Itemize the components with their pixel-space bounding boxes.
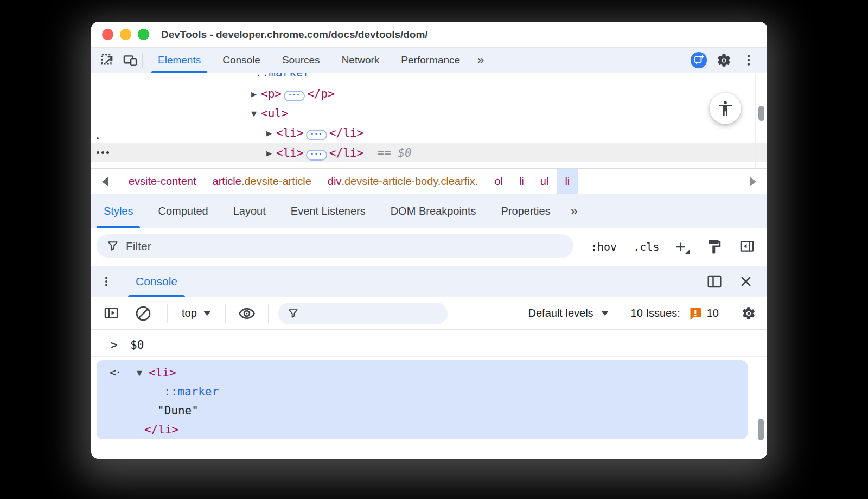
collapsed-content-pill[interactable]: •••	[284, 91, 305, 101]
tab-console[interactable]: Console	[212, 48, 271, 73]
result-line-text: "Dune"	[97, 401, 748, 420]
console-result-highlighted[interactable]: <· ▼ <li> ::marker "Dune" </li>	[97, 360, 748, 439]
kebab-menu-icon[interactable]	[740, 52, 757, 69]
result-line-open-tag: <· ▼ <li>	[97, 363, 748, 382]
accessibility-floating-button[interactable]	[710, 93, 741, 124]
inspect-element-icon[interactable]	[99, 52, 116, 69]
console-evaluated-expression[interactable]: > $0	[91, 333, 767, 357]
tab-computed[interactable]: Computed	[145, 194, 220, 228]
tab-properties[interactable]: Properties	[489, 194, 563, 228]
collapsed-content-pill[interactable]: •••	[306, 150, 327, 161]
gutter-ellipsis	[97, 151, 99, 154]
breadcrumb-item[interactable]: ol	[486, 169, 511, 194]
tab-elements[interactable]: Elements	[147, 48, 212, 73]
expand-arrow-icon[interactable]: ▶	[262, 124, 276, 143]
breadcrumb-item[interactable]: evsite-content	[120, 169, 205, 194]
collapse-arrow-icon[interactable]: ▼	[137, 363, 142, 382]
breadcrumb-item[interactable]: ul	[532, 169, 557, 194]
titlebar: DevTools - developer.chrome.com/docs/dev…	[91, 22, 767, 48]
toolbar-divider	[620, 304, 620, 323]
tab-event-listeners[interactable]: Event Listeners	[278, 194, 378, 228]
styles-filter-input[interactable]	[126, 240, 451, 253]
console-scrollbar-thumb[interactable]	[758, 419, 764, 440]
drawer-tab-console[interactable]: Console	[122, 266, 192, 297]
live-expression-eye-icon[interactable]	[238, 305, 256, 322]
filter-funnel-icon	[107, 240, 118, 252]
breadcrumb-item[interactable]: li	[511, 169, 532, 194]
toolbar-divider	[142, 53, 143, 68]
dom-node-marker-clipped[interactable]: ::marker	[255, 73, 310, 82]
traffic-lights	[91, 29, 149, 40]
tab-styles[interactable]: Styles	[91, 194, 145, 228]
collapsed-content-pill[interactable]: •••	[306, 130, 327, 140]
show-console-sidebar-icon[interactable]	[103, 306, 119, 321]
elements-panel: ::marker ▶<p>•••</p> ▼<ul> ▶<li>•••</li>…	[91, 73, 767, 168]
styles-filter-field[interactable]	[97, 234, 573, 258]
breadcrumb-item-selected[interactable]: li	[557, 169, 578, 194]
more-tabs-chevron-icon[interactable]: »	[471, 48, 490, 73]
collapse-arrow-icon[interactable]: ▼	[247, 104, 261, 124]
toggle-sidebar-panel-icon[interactable]	[739, 239, 755, 254]
tab-layout[interactable]: Layout	[221, 194, 278, 228]
device-toolbar-icon[interactable]	[122, 52, 139, 69]
console-filter-field[interactable]	[278, 303, 448, 324]
expand-arrow-icon[interactable]: ▶	[262, 144, 276, 163]
toggle-classes-button[interactable]: .cls	[633, 240, 659, 253]
expand-arrow-icon[interactable]: ▶	[247, 85, 261, 104]
scrollbar-track	[755, 73, 756, 168]
dom-node-p[interactable]: ▶<p>•••</p>	[91, 84, 767, 104]
settings-gear-icon[interactable]	[715, 52, 732, 69]
log-levels-dropdown[interactable]: Default levels	[528, 307, 609, 319]
dom-node-li-selected[interactable]: ▶<li>•••</li> == $0	[91, 143, 767, 162]
close-window-button[interactable]	[102, 29, 113, 40]
toggle-hover-state-button[interactable]: :hov	[591, 240, 617, 253]
breadcrumb-item[interactable]: article.devsite-article	[205, 169, 320, 194]
left-arrow-icon	[102, 177, 108, 187]
toolbar-divider	[225, 304, 226, 323]
tab-dom-breakpoints[interactable]: DOM Breakpoints	[378, 194, 489, 228]
panel-tabs: Elements Console Sources Network Perform…	[147, 48, 490, 73]
styles-filter-row: :hov .cls +	[91, 228, 767, 266]
toolbar-divider	[730, 304, 730, 323]
breadcrumb-scroll-left-button[interactable]	[91, 169, 119, 194]
dom-breadcrumb-bar: evsite-content article.devsite-article d…	[91, 168, 767, 194]
toolbar-divider	[268, 304, 269, 323]
zoom-window-button[interactable]	[138, 29, 149, 40]
ai-assistant-icon[interactable]	[690, 52, 707, 69]
elements-scrollbar-thumb[interactable]	[758, 106, 764, 121]
toolbar-right-actions	[680, 52, 767, 69]
split-panel-icon[interactable]	[706, 273, 723, 290]
console-settings-gear-icon[interactable]	[741, 306, 756, 321]
breadcrumb-scroll-right-button[interactable]	[738, 169, 767, 194]
more-tabs-chevron-icon[interactable]: »	[563, 194, 585, 228]
issues-counter[interactable]: 10 Issues: 10	[631, 306, 719, 321]
paintbrush-icon[interactable]	[706, 239, 723, 255]
dom-node-ul[interactable]: ▼<ul>	[91, 104, 767, 123]
drawer-menu-kebab-icon[interactable]	[91, 273, 122, 290]
console-filter-input[interactable]	[305, 307, 424, 319]
console-toolbar-right: Default levels 10 Issues: 10	[528, 304, 767, 323]
dollar-zero-ref: $0	[398, 146, 411, 159]
result-line-marker: ::marker	[97, 382, 748, 401]
window-title: DevTools - developer.chrome.com/docs/dev…	[161, 29, 428, 41]
accessibility-person-icon	[717, 100, 734, 117]
tab-performance[interactable]: Performance	[390, 48, 471, 73]
console-prompt-chevron: >	[111, 333, 118, 357]
minimize-window-button[interactable]	[120, 29, 131, 40]
new-style-rule-button[interactable]: +	[675, 239, 690, 255]
javascript-context-dropdown[interactable]: top	[182, 307, 211, 319]
breadcrumb-item[interactable]: div.devsite-article-body.clearfix.	[320, 169, 487, 194]
issues-badge-icon	[688, 306, 703, 321]
dom-node-li-first[interactable]: ▶<li>•••</li>	[91, 123, 767, 143]
console-toolbar: top Default levels 10 Issues:	[91, 297, 767, 330]
styles-sidebar-tabs: Styles Computed Layout Event Listeners D…	[91, 194, 767, 228]
chevron-down-icon	[203, 311, 211, 316]
tab-network[interactable]: Network	[331, 48, 391, 73]
tab-sources[interactable]: Sources	[271, 48, 331, 73]
console-expression: $0	[130, 333, 144, 357]
equals-sign: ==	[377, 146, 391, 159]
styles-filter-actions: :hov .cls +	[591, 228, 755, 266]
clear-console-icon[interactable]	[135, 305, 152, 322]
console-log-area: > $0 <· ▼ <li> ::marker "Dune" </li>	[91, 330, 767, 459]
close-drawer-icon[interactable]	[739, 274, 753, 289]
